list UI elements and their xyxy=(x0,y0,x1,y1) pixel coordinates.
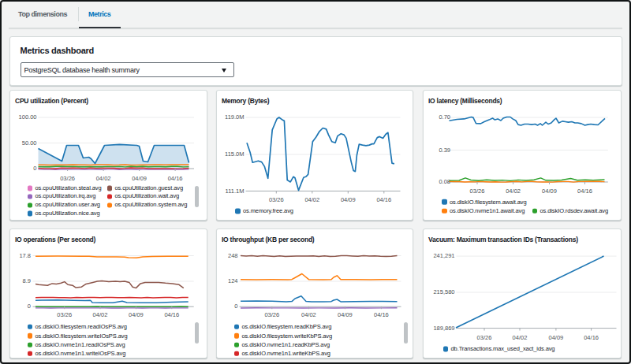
svg-text:04/09: 04/09 xyxy=(340,195,355,202)
svg-text:04/16: 04/16 xyxy=(167,174,182,181)
svg-text:0.70: 0.70 xyxy=(439,113,450,121)
svg-text:17.8: 17.8 xyxy=(19,252,31,259)
svg-text:8.9: 8.9 xyxy=(22,277,30,284)
svg-text:04/02: 04/02 xyxy=(92,311,107,318)
svg-text:04/02: 04/02 xyxy=(304,195,319,202)
svg-text:03/26: 03/26 xyxy=(476,334,491,341)
svg-text:124: 124 xyxy=(227,277,237,284)
svg-text:04/09: 04/09 xyxy=(129,311,144,318)
svg-text:04/02: 04/02 xyxy=(512,334,527,341)
svg-text:04/02: 04/02 xyxy=(506,187,521,194)
svg-text:50.00: 50.00 xyxy=(21,139,36,146)
svg-text:04/02: 04/02 xyxy=(301,311,316,318)
svg-text:03/26: 03/26 xyxy=(57,311,72,318)
svg-text:04/16: 04/16 xyxy=(376,195,391,202)
svg-text:189,869: 189,869 xyxy=(433,325,454,332)
svg-text:241,291: 241,291 xyxy=(433,252,454,259)
svg-text:0: 0 xyxy=(27,303,30,310)
svg-text:111.1M: 111.1M xyxy=(225,187,244,194)
svg-text:04/09: 04/09 xyxy=(548,334,563,341)
svg-text:04/09: 04/09 xyxy=(338,311,353,318)
svg-text:0.39: 0.39 xyxy=(439,146,450,153)
svg-text:0: 0 xyxy=(33,165,36,172)
svg-text:248: 248 xyxy=(227,252,237,259)
svg-text:04/09: 04/09 xyxy=(132,174,147,181)
svg-text:119.0M: 119.0M xyxy=(225,113,244,121)
svg-text:100.00: 100.00 xyxy=(18,113,36,121)
svg-text:04/02: 04/02 xyxy=(95,174,110,181)
svg-text:03/26: 03/26 xyxy=(268,195,283,202)
svg-text:04/16: 04/16 xyxy=(577,187,592,194)
svg-text:0: 0 xyxy=(234,303,237,310)
svg-text:04/09: 04/09 xyxy=(542,187,557,194)
svg-text:03/26: 03/26 xyxy=(264,311,279,318)
svg-text:03/26: 03/26 xyxy=(469,187,484,194)
svg-text:215,580: 215,580 xyxy=(433,288,454,295)
svg-text:04/16: 04/16 xyxy=(164,311,179,318)
svg-text:0.08: 0.08 xyxy=(439,178,450,185)
svg-text:115.0M: 115.0M xyxy=(225,150,244,158)
svg-text:04/16: 04/16 xyxy=(374,311,389,318)
svg-text:03/26: 03/26 xyxy=(60,174,75,181)
svg-text:04/16: 04/16 xyxy=(584,334,599,341)
